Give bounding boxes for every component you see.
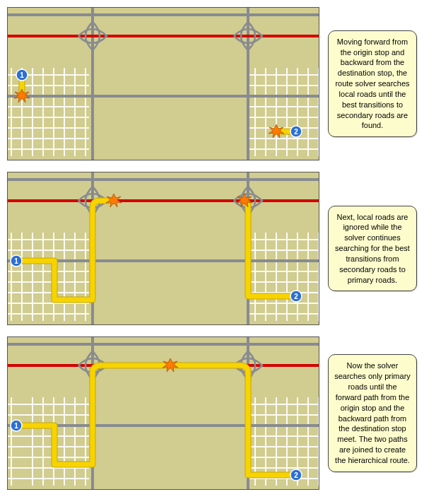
map-panel-2: 1 2	[7, 172, 319, 325]
panel-row-2: 1 2 Next, local roads are ignored while …	[7, 172, 417, 325]
svg-text:2: 2	[294, 128, 298, 136]
stop-destination: 2	[290, 469, 302, 481]
caption-box-3: Now the solver searches only primary roa…	[328, 354, 417, 471]
map-panel-1: 1 2	[7, 7, 319, 160]
stop-origin: 1	[11, 420, 22, 431]
route-path	[16, 365, 296, 475]
stop-origin: 1	[11, 255, 22, 266]
svg-text:1: 1	[14, 257, 18, 265]
svg-text:2: 2	[294, 471, 298, 479]
stop-origin: 1	[16, 69, 28, 81]
map-svg-2: 1 2	[8, 172, 319, 324]
svg-text:2: 2	[294, 293, 298, 300]
stop-destination: 2	[290, 291, 302, 302]
caption-box-1: Moving forward from the origin stop and …	[328, 30, 417, 138]
stop-destination: 2	[290, 126, 302, 137]
map-panel-3: 1 2	[7, 336, 319, 490]
panel-row-3: 1 2 Now the solver searches only primary…	[7, 336, 417, 490]
caption-box-2: Next, local roads are ignored while the …	[328, 206, 417, 292]
svg-text:1: 1	[20, 71, 24, 79]
local-roads	[8, 68, 319, 156]
map-svg-3: 1 2	[8, 337, 319, 489]
panel-row-1: 1 2 Moving forward from the origin stop …	[7, 7, 417, 160]
svg-text:1: 1	[14, 422, 18, 430]
map-svg-1: 1 2	[8, 8, 319, 160]
